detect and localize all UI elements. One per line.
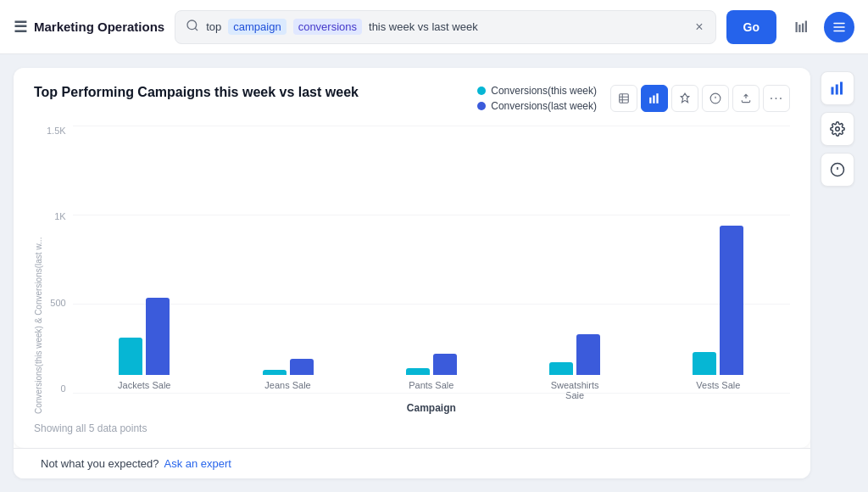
bar-last-week [290, 359, 314, 375]
bar-group [119, 298, 170, 375]
x-label: Jackets Sale [110, 380, 178, 400]
bottom-bar-text: Not what you expected? [41, 457, 159, 470]
bottom-bar: Not what you expected? Ask an expert [14, 448, 810, 478]
legend-this-week: Conversions(this week) [477, 85, 597, 97]
y-tick-500: 500 [50, 298, 65, 308]
legend-label-this-week: Conversions(this week) [491, 85, 597, 97]
y-tick-0: 0 [61, 383, 66, 394]
legend-last-week: Conversions(last week) [477, 100, 597, 112]
svg-point-13 [836, 127, 840, 131]
svg-rect-8 [656, 93, 658, 103]
chart-toolbar: ··· [610, 85, 790, 112]
svg-rect-1 [796, 22, 798, 32]
search-token-conversions[interactable]: conversions [293, 19, 362, 35]
svg-rect-12 [840, 82, 843, 95]
svg-rect-2 [798, 25, 800, 32]
bar-pair [549, 334, 600, 375]
ask-expert-link[interactable]: Ask an expert [164, 457, 231, 470]
legend-dot-blue [477, 102, 486, 110]
x-axis-title: Campaign [73, 402, 790, 414]
bar-pair [406, 354, 457, 375]
y-axis-section: Conversions(this week) & Conversions(las… [34, 126, 73, 414]
svg-rect-5 [620, 94, 629, 103]
bar-group [549, 334, 600, 375]
go-button[interactable]: Go [726, 10, 776, 44]
y-axis-label: Conversions(this week) & Conversions(las… [34, 126, 43, 414]
svg-rect-11 [836, 85, 838, 95]
svg-rect-4 [805, 20, 807, 32]
more-button[interactable]: ··· [763, 85, 790, 112]
user-avatar[interactable] [824, 12, 854, 42]
search-clear-button[interactable]: × [693, 18, 704, 36]
x-label: Jeans Sale [254, 380, 322, 400]
chart-legend: Conversions(this week) Conversions(last … [477, 85, 597, 112]
bars-container: Jackets SaleJeans SalePants SaleSweatshi… [73, 126, 790, 414]
svg-rect-6 [649, 98, 651, 103]
legend-label-last-week: Conversions(last week) [491, 100, 597, 112]
chart-footer: Showing all 5 data points [34, 422, 790, 434]
bars-icon-button[interactable] [787, 12, 817, 42]
bar-last-week [576, 334, 600, 375]
bar-pair [263, 359, 314, 375]
export-button[interactable] [732, 85, 760, 112]
search-bar[interactable]: top campaign conversions this week vs la… [175, 10, 715, 44]
brand-icon: ☰ [14, 18, 27, 36]
x-label: Vests Sale [684, 380, 752, 400]
chart-area: Conversions(this week) & Conversions(las… [34, 126, 790, 414]
bar-last-week [433, 354, 457, 375]
legend-dot-cyan [477, 87, 486, 95]
bar-pair [693, 226, 743, 375]
chart-panel: Top Performing Campaigns this week vs la… [14, 68, 810, 478]
bar-chart-view-button[interactable] [641, 85, 668, 112]
search-icon [186, 19, 199, 36]
right-sidebar [821, 68, 854, 478]
bar-last-week [146, 298, 170, 375]
y-tick-1500: 1.5K [47, 126, 66, 136]
bar-this-week [406, 368, 430, 375]
header-icons [787, 12, 854, 42]
table-view-button[interactable] [610, 85, 637, 112]
bar-group [693, 226, 743, 375]
bar-this-week [693, 352, 716, 375]
x-label: Pants Sale [398, 380, 465, 400]
search-token-timerange: this week vs last week [369, 20, 687, 33]
chart-body: Conversions(this week) & Conversions(las… [34, 126, 790, 414]
y-tick-1000: 1K [54, 211, 65, 221]
brand: ☰ Marketing Operations [14, 18, 164, 36]
bar-this-week [119, 338, 142, 375]
bar-this-week [549, 362, 573, 375]
svg-rect-3 [802, 23, 804, 32]
sidebar-info-button[interactable] [821, 153, 854, 187]
main-content: Top Performing Campaigns this week vs la… [0, 54, 868, 492]
header: ☰ Marketing Operations top campaign conv… [0, 0, 868, 54]
svg-point-0 [187, 20, 197, 30]
svg-rect-10 [832, 87, 834, 95]
chart-card: Top Performing Campaigns this week vs la… [14, 68, 810, 448]
search-token-top: top [206, 20, 221, 33]
bars-area [73, 126, 790, 375]
insight-button[interactable] [702, 85, 729, 112]
y-axis-ticks: 1.5K 1K 500 0 [47, 126, 73, 414]
bar-this-week [263, 370, 287, 375]
brand-title: Marketing Operations [34, 20, 164, 34]
sidebar-chart-button[interactable] [821, 71, 854, 105]
bar-last-week [720, 226, 743, 375]
x-label: Sweatshirts Sale [541, 380, 609, 400]
bar-group [263, 359, 314, 375]
search-token-campaign[interactable]: campaign [228, 19, 286, 35]
bar-group [406, 354, 457, 375]
bar-pair [119, 298, 170, 375]
chart-title: Top Performing Campaigns this week vs la… [34, 85, 359, 100]
svg-rect-7 [653, 96, 654, 103]
chart-header: Top Performing Campaigns this week vs la… [34, 85, 790, 115]
sidebar-settings-button[interactable] [821, 112, 854, 146]
x-labels: Jackets SaleJeans SalePants SaleSweatshi… [73, 375, 790, 400]
pin-button[interactable] [671, 85, 698, 112]
